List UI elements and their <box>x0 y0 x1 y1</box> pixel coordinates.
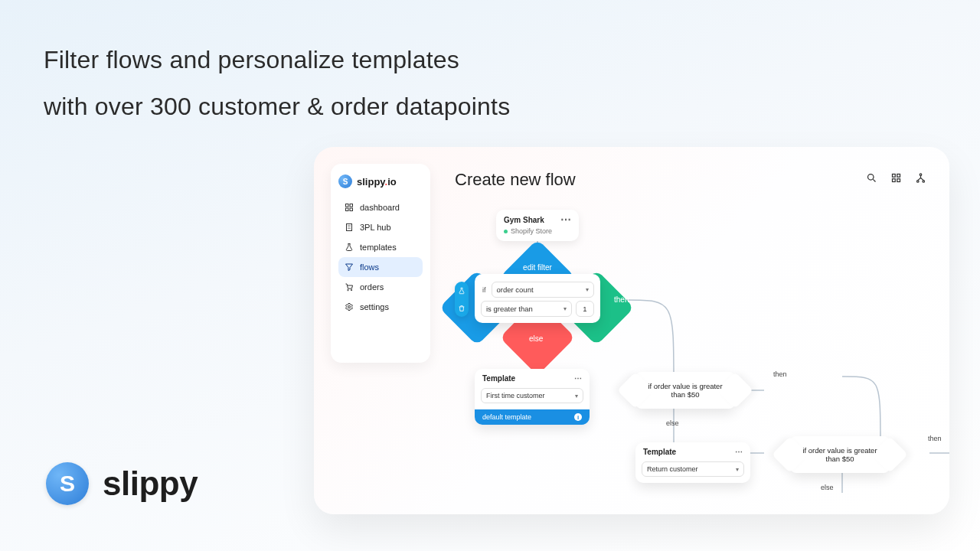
svg-rect-11 <box>892 178 895 181</box>
sidebar-brand-name: slippy <box>357 176 385 187</box>
template-more-icon[interactable]: ⋯ <box>735 448 743 456</box>
brand-mark: S slippy <box>46 462 198 505</box>
dashboard-icon <box>345 203 354 212</box>
template-value-first: First time customer <box>486 392 545 399</box>
filter-then-label: then <box>614 295 629 304</box>
svg-rect-9 <box>892 174 895 177</box>
sidebar-item-templates[interactable]: templates <box>338 237 423 257</box>
flask-icon <box>345 243 354 252</box>
brand-wordmark: slippy <box>103 465 198 503</box>
condition-node-2[interactable]: if order value is greater than $50 <box>790 436 890 473</box>
headline-line-2: with over 300 customer & order datapoint… <box>44 83 510 130</box>
building-icon <box>345 223 354 232</box>
trigger-more-icon[interactable]: ⋯ <box>560 217 571 223</box>
filter-value-input[interactable]: 1 <box>576 301 594 317</box>
template-more-icon[interactable]: ⋯ <box>574 374 582 383</box>
grid-icon <box>890 172 902 184</box>
sidebar-brand-icon: S <box>338 174 352 188</box>
search-button[interactable] <box>864 170 879 185</box>
sidebar-item-orders[interactable]: orders <box>338 277 423 297</box>
filter-side-actions <box>455 282 469 317</box>
svg-rect-12 <box>897 178 900 181</box>
app-window: S slippy.io dashboard 3PL hub templates … <box>314 147 949 514</box>
sidebar-item-flows[interactable]: flows <box>338 257 423 277</box>
trash-icon[interactable] <box>458 305 466 312</box>
condition-else-label-1: else <box>666 419 679 427</box>
filter-field-value: order count <box>497 285 534 294</box>
svg-rect-1 <box>350 204 353 207</box>
page-title: Create new flow <box>455 170 576 190</box>
template-value-return: Return customer <box>647 465 698 473</box>
sidebar-item-label: settings <box>360 302 389 311</box>
sidebar-item-label: orders <box>360 282 384 292</box>
filter-field-select[interactable]: order count ▾ <box>492 282 595 298</box>
sidebar-item-label: 3PL hub <box>360 223 391 232</box>
sidebar-item-label: dashboard <box>360 203 400 212</box>
condition-text: if order value is greater than $50 <box>798 446 882 463</box>
filter-operator-select[interactable]: is greater than ▾ <box>481 301 572 317</box>
svg-point-14 <box>916 180 919 182</box>
sidebar: S slippy.io dashboard 3PL hub templates … <box>331 164 430 363</box>
sidebar-brand-suffix: io <box>387 176 397 187</box>
filter-if-label: if <box>481 286 488 294</box>
sidebar-item-settings[interactable]: settings <box>338 297 423 317</box>
svg-point-6 <box>351 289 352 291</box>
filter-operator-value: is greater than <box>486 305 533 313</box>
brand-badge-icon: S <box>46 462 89 505</box>
flask-icon[interactable] <box>458 287 466 295</box>
template-select-return[interactable]: Return customer ▾ <box>642 461 744 477</box>
sidebar-item-3pl-hub[interactable]: 3PL hub <box>338 217 423 237</box>
flow-trigger-node[interactable]: Gym Shark ⋯ Shopify Store <box>496 210 579 241</box>
chevron-down-icon: ▾ <box>564 305 567 312</box>
svg-rect-4 <box>347 224 352 231</box>
condition-then-label-2: then <box>928 435 942 442</box>
info-icon[interactable]: i <box>574 413 582 421</box>
filter-edit-label[interactable]: edit filter <box>502 263 573 272</box>
chevron-down-icon: ▾ <box>575 393 578 399</box>
template-default-label: default template <box>482 413 531 421</box>
sidebar-brand: S slippy.io <box>338 174 423 188</box>
condition-else-label-2: else <box>821 484 834 491</box>
svg-rect-3 <box>350 208 353 211</box>
template-default-banner: default template i <box>475 409 590 425</box>
cart-icon <box>345 282 354 292</box>
tree-view-button[interactable] <box>913 170 928 185</box>
svg-rect-2 <box>346 208 349 211</box>
svg-point-5 <box>348 289 349 291</box>
gear-icon <box>345 302 354 311</box>
template-card-return[interactable]: Template ⋯ Return customer ▾ <box>635 442 750 483</box>
template-select-first[interactable]: First time customer ▾ <box>481 388 583 403</box>
condition-then-label-1: then <box>773 370 787 378</box>
trigger-subtitle: Shopify Store <box>511 227 552 235</box>
template-label: Template <box>482 374 515 383</box>
svg-rect-0 <box>346 204 349 207</box>
svg-rect-10 <box>897 174 900 177</box>
condition-node-1[interactable]: if order value is greater than $50 <box>635 372 735 409</box>
filter-editor-card: if order count ▾ is greater than ▾ 1 <box>475 274 600 323</box>
svg-point-8 <box>867 174 874 180</box>
tree-icon <box>915 172 926 184</box>
sidebar-item-label: flows <box>360 262 379 272</box>
chevron-down-icon: ▾ <box>736 466 739 473</box>
grid-view-button[interactable] <box>888 170 903 185</box>
template-card-first[interactable]: Template ⋯ First time customer ▾ default… <box>475 369 590 425</box>
status-dot-icon <box>504 230 508 233</box>
filter-else-label: else <box>529 334 543 343</box>
funnel-icon <box>345 262 354 272</box>
marketing-headline: Filter flows and personalize templates w… <box>44 37 510 130</box>
search-icon <box>866 172 877 184</box>
svg-point-13 <box>920 173 922 175</box>
sidebar-item-label: templates <box>360 243 397 252</box>
canvas-toolbar <box>864 170 928 185</box>
chevron-down-icon: ▾ <box>586 286 589 293</box>
sidebar-item-dashboard[interactable]: dashboard <box>338 197 423 217</box>
condition-text: if order value is greater than $50 <box>643 382 727 399</box>
trigger-title: Gym Shark <box>504 216 544 224</box>
svg-point-15 <box>923 180 925 182</box>
headline-line-1: Filter flows and personalize templates <box>44 37 510 83</box>
template-label: Template <box>643 448 676 456</box>
svg-point-7 <box>348 306 351 308</box>
